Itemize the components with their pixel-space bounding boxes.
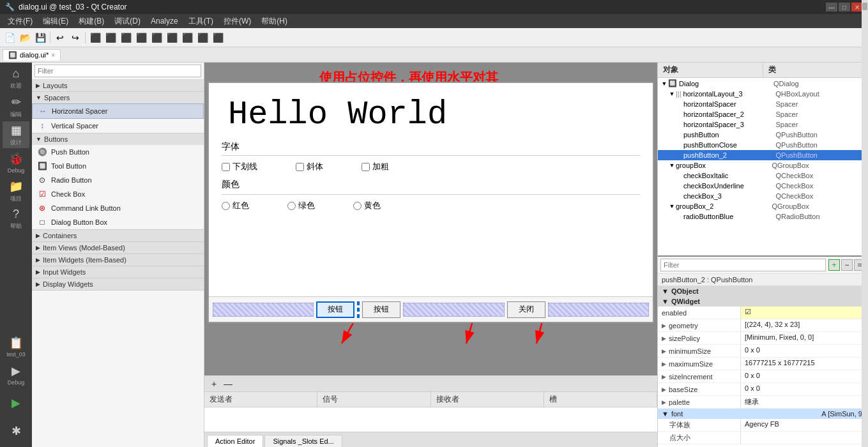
checkbox-italic-input[interactable] — [296, 163, 304, 171]
checkbox-italic[interactable]: 斜体 — [296, 161, 323, 172]
item-widgets-header[interactable]: ▶ Item Widgets (Item-Based) — [32, 254, 204, 266]
tree-item-pushbutton[interactable]: pushButton QPushButton — [658, 130, 868, 140]
signal-add-btn[interactable]: + — [208, 378, 220, 390]
tab-signals-slots[interactable]: Signals _Slots Ed... — [264, 435, 342, 447]
toolbar-new[interactable]: 📄 — [3, 31, 17, 45]
minsize-expand[interactable]: ▶ — [662, 348, 666, 354]
toolbar-break[interactable]: ⬛ — [195, 31, 209, 45]
toolbar-adjust[interactable]: ⬛ — [211, 31, 225, 45]
tree-item-checkboxitalic[interactable]: checkBoxItalic QCheckBox — [658, 170, 868, 181]
sidebar-icon-welcome[interactable]: ⌂ 欢迎 — [3, 65, 29, 92]
tool-button-item[interactable]: 🔲 Tool Button — [32, 159, 204, 173]
filter-minus-btn[interactable]: − — [841, 259, 853, 271]
prop-val-enabled[interactable]: ☑ — [741, 307, 868, 319]
checkbox-bold-input[interactable] — [362, 163, 370, 171]
basesize-expand[interactable]: ▶ — [662, 386, 666, 393]
tree-item-radiobuttonblue[interactable]: radioButtonBlue QRadioButton — [658, 211, 868, 222]
toolbar-undo[interactable]: ↩ — [53, 31, 67, 45]
tree-item-dialog[interactable]: ▼ 🔲 Dialog QDialog — [658, 78, 868, 89]
font-expand[interactable]: ▼ — [662, 410, 669, 418]
design-canvas[interactable]: 使用占位控件，再使用水平对其 — [204, 63, 657, 374]
toolbar-open[interactable]: 📂 — [18, 31, 32, 45]
toolbar-save[interactable]: 💾 — [33, 31, 47, 45]
tree-item-checkboxunderline[interactable]: checkBoxUnderline QCheckBox — [658, 181, 868, 191]
btn-dialog-2[interactable]: 按钮 — [362, 301, 400, 318]
expand-icon-hlayout3[interactable]: ▼ — [668, 91, 676, 97]
sidebar-icon-debug2[interactable]: ▶ Debug — [3, 361, 29, 388]
tree-item-groupbox2[interactable]: ▼ groupBox_2 QGroupBox — [658, 201, 868, 211]
btn-close[interactable]: 关闭 — [507, 301, 545, 318]
sizepolicy-expand[interactable]: ▶ — [662, 335, 666, 342]
sidebar-icon-extra[interactable]: ✱ — [3, 418, 29, 444]
radio-red[interactable]: 红色 — [222, 200, 249, 211]
push-button-item[interactable]: 🔘 Push Button — [32, 145, 204, 159]
spacers-header[interactable]: ▼ Spacers — [32, 92, 204, 103]
toolbar-align-left[interactable]: ⬛ — [88, 31, 102, 45]
filter-input[interactable] — [34, 64, 201, 77]
sidebar-icon-design[interactable]: ▦ 设计 — [3, 121, 29, 148]
sidebar-icon-edit[interactable]: ✏ 编辑 — [3, 93, 29, 120]
sidebar-icon-run[interactable]: ▶ — [3, 390, 29, 416]
filter-add-btn[interactable]: + — [828, 259, 840, 271]
radio-yellow[interactable]: 黄色 — [353, 200, 381, 211]
tree-item-hspacer3[interactable]: horizontalSpacer_3 Spacer — [658, 119, 868, 130]
toolbar-layout[interactable]: ⬛ — [180, 31, 194, 45]
palette-expand[interactable]: ▶ — [662, 399, 666, 405]
vertical-spacer-item[interactable]: ↕ Vertical Spacer — [32, 119, 204, 133]
sidebar-icon-test03[interactable]: 📋 test_03 — [3, 333, 29, 360]
layouts-header[interactable]: ▶ Layouts — [32, 80, 204, 91]
prop-group-qwidget[interactable]: ▼ QWidget — [658, 296, 868, 307]
geometry-expand[interactable]: ▶ — [662, 322, 666, 329]
tree-item-checkbox3[interactable]: checkBox_3 QCheckBox — [658, 191, 868, 201]
sidebar-icon-projects[interactable]: 📁 项目 — [3, 178, 29, 204]
menu-edit[interactable]: 编辑(E) — [38, 15, 73, 28]
radio-yellow-input[interactable] — [353, 202, 362, 210]
command-link-item[interactable]: ⊛ Command Link Button — [32, 201, 204, 215]
item-views-header[interactable]: ▶ Item Views (Model-Based) — [32, 242, 204, 254]
horizontal-spacer-item[interactable]: ↔ Horizontal Spacer — [32, 103, 204, 119]
toolbar-redo[interactable]: ↪ — [68, 31, 82, 45]
tree-item-hlayout3[interactable]: ▼ ||| horizontalLayout_3 QHBoxLayout — [658, 89, 868, 99]
signal-remove-btn[interactable]: — — [222, 378, 234, 390]
tree-item-pushbuttonclose[interactable]: pushButtonClose QPushButton — [658, 140, 868, 150]
sizeinc-expand[interactable]: ▶ — [662, 374, 666, 380]
tab-action-editor[interactable]: Action Editor — [207, 435, 263, 447]
tree-item-pushbutton2[interactable]: pushButton_2 QPushButton — [658, 150, 868, 160]
radio-button-item[interactable]: ⊙ Radio Button — [32, 173, 204, 187]
tree-item-hspacer2[interactable]: horizontalSpacer_2 Spacer — [658, 109, 868, 119]
maxsize-expand[interactable]: ▶ — [662, 361, 666, 367]
dialog-button-box-item[interactable]: □ Dialog Button Box — [32, 215, 204, 229]
menu-debug[interactable]: 调试(D) — [109, 15, 146, 28]
sidebar-icon-help[interactable]: ? 帮助 — [3, 206, 29, 232]
btn-dialog-1[interactable]: 按钮 — [316, 301, 354, 318]
menu-tools[interactable]: 工具(T) — [183, 15, 218, 28]
tree-item-groupbox[interactable]: ▼ groupBox QGroupBox — [658, 160, 868, 170]
toolbar-align-bottom[interactable]: ⬛ — [149, 31, 164, 45]
sidebar-icon-debug[interactable]: 🐞 Debug — [3, 149, 29, 176]
check-box-item[interactable]: ☑ Check Box — [32, 187, 204, 201]
expand-icon-dialog[interactable]: ▼ — [660, 80, 668, 87]
toolbar-align-right[interactable]: ⬛ — [119, 31, 133, 45]
prop-filter-input[interactable] — [660, 259, 826, 271]
checkbox-bold[interactable]: 加粗 — [362, 161, 389, 172]
maximize-button[interactable]: □ — [839, 3, 850, 11]
input-widgets-header[interactable]: ▶ Input Widgets — [32, 266, 204, 278]
toolbar-grid[interactable]: ⬛ — [165, 31, 179, 45]
containers-header[interactable]: ▶ Containers — [32, 230, 204, 241]
checkbox-underline[interactable]: 下划线 — [222, 161, 257, 172]
menu-analyze[interactable]: Analyze — [146, 15, 183, 27]
menu-widgets[interactable]: 控件(W) — [218, 15, 256, 28]
radio-red-input[interactable] — [222, 202, 230, 210]
minimize-button[interactable]: — — [826, 3, 837, 11]
radio-green[interactable]: 绿色 — [287, 200, 315, 211]
filetab-close[interactable]: × — [51, 52, 55, 59]
buttons-header[interactable]: ▼ Buttons — [32, 133, 204, 145]
checkbox-underline-input[interactable] — [222, 163, 230, 171]
prop-row-font[interactable]: ▼ font A [SimSun, 9] — [658, 409, 868, 419]
radio-green-input[interactable] — [287, 202, 296, 210]
toolbar-align-top[interactable]: ⬛ — [134, 31, 148, 45]
toolbar-align-center[interactable]: ⬛ — [103, 31, 118, 45]
tree-item-hspacer[interactable]: horizontalSpacer Spacer — [658, 99, 868, 109]
prop-group-qobject[interactable]: ▼ QObject — [658, 286, 868, 296]
display-widgets-header[interactable]: ▶ Display Widgets — [32, 278, 204, 290]
